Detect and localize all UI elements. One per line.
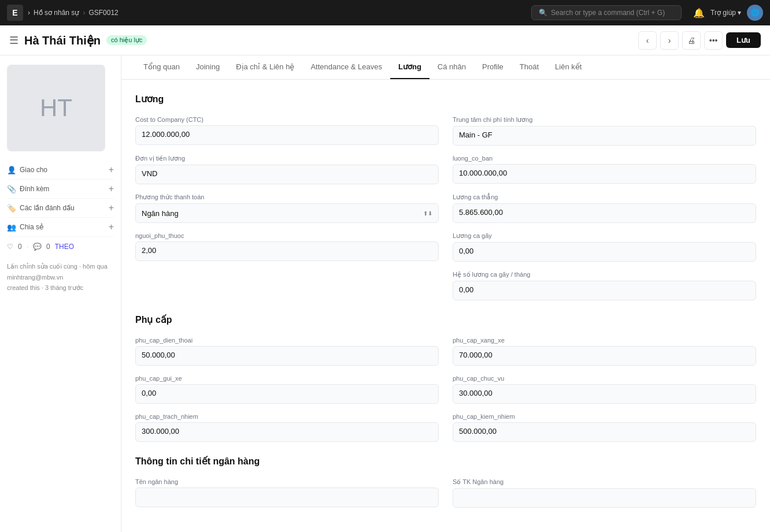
help-menu[interactable]: Trợ giúp ▾ — [710, 9, 741, 17]
label-payment-method: Phương thức thanh toán — [135, 194, 439, 201]
tab-joining[interactable]: Joining — [188, 55, 228, 79]
label-currency: Đơn vị tiền lương — [135, 155, 439, 162]
main-layout: HT 👤 Giao cho + 📎 Đính kèm + 🏷️ Các lần … — [0, 55, 770, 532]
more-button[interactable]: ••• — [704, 31, 723, 50]
print-button[interactable]: 🖨 — [682, 31, 701, 50]
sidebar: HT 👤 Giao cho + 📎 Đính kèm + 🏷️ Các lần … — [0, 55, 121, 532]
next-button[interactable]: › — [660, 31, 679, 50]
tab-tong-quan[interactable]: Tổng quan — [135, 55, 188, 79]
tag-add-icon[interactable]: + — [109, 203, 114, 213]
field-phu-cap-gui-xe: phu_cap_gui_xe 0,00 — [135, 375, 439, 404]
follow-button[interactable]: THEO — [55, 243, 74, 251]
label-phu-cap-gui-xe: phu_cap_gui_xe — [135, 375, 439, 382]
allowance-form-grid: phu_cap_dien_thoai 50.000,00 phu_cap_xan… — [135, 337, 756, 442]
tab-dia-chi[interactable]: Địa chỉ & Liên hệ — [228, 55, 302, 79]
salary-section-title: Lương — [135, 94, 756, 105]
status-badge: có hiệu lực — [106, 35, 147, 45]
value-bank-name[interactable] — [135, 488, 439, 507]
field-luong-ca-thang: Lương ca thẳng 5.865.600,00 — [453, 194, 756, 223]
sidebar-meta: Lần chỉnh sửa cuối cùng · hôm qua minhtr… — [7, 261, 114, 293]
help-chevron-icon: ▾ — [738, 9, 741, 17]
field-bank-name: Tên ngân hàng — [135, 478, 439, 508]
assign-label: Giao cho — [20, 166, 47, 174]
tag-icon: 🏷️ — [7, 204, 16, 213]
value-phu-cap-trach-nhiem[interactable]: 300.000,00 — [135, 422, 439, 442]
salary-section: Lương Cost to Company (CTC) 12.000.000,0… — [135, 94, 756, 300]
search-icon: 🔍 — [539, 9, 547, 17]
field-cost-center: Trung tâm chi phí tính lương Main - GF — [453, 116, 756, 146]
value-luong-ca-thang[interactable]: 5.865.600,00 — [453, 203, 756, 223]
select-payment-method[interactable]: Ngân hàng ⬆⬇ — [135, 203, 439, 223]
field-ctc: Cost to Company (CTC) 12.000.000,00 — [135, 116, 439, 146]
value-luong-co-ban[interactable]: 10.000.000,00 — [453, 164, 756, 184]
field-payment-method: Phương thức thanh toán Ngân hàng ⬆⬇ — [135, 194, 439, 223]
save-button[interactable]: Lưu — [726, 32, 761, 48]
bell-icon[interactable]: 🔔 — [693, 8, 705, 18]
tab-thoat[interactable]: Thoát — [512, 55, 547, 79]
chevron-down-icon: ⬆⬇ — [423, 210, 432, 217]
help-label: Trợ giúp — [710, 9, 736, 17]
label-phu-cap-trach-nhiem: phu_cap_trach_nhiem — [135, 413, 439, 420]
header-actions: ‹ › 🖨 ••• Lưu — [638, 31, 761, 50]
label-bank-name: Tên ngân hàng — [135, 478, 439, 485]
heart-icon[interactable]: ♡ — [7, 243, 13, 251]
share-icon: 👥 — [7, 223, 16, 232]
sidebar-action-danh-dau[interactable]: 🏷️ Các lần đánh dấu + — [7, 199, 114, 218]
tab-profile[interactable]: Profile — [474, 55, 512, 79]
sidebar-stats: ♡ 0 · 💬 0 THEO — [7, 237, 114, 256]
label-he-so: Hệ số lương ca gãy / tháng — [453, 271, 756, 278]
share-label: Chia sẻ — [20, 223, 43, 231]
value-cost-center[interactable]: Main - GF — [453, 126, 756, 146]
label-phu-cap-chuc-vu: phu_cap_chuc_vu — [453, 375, 756, 382]
tab-lien-ket[interactable]: Liên kết — [547, 55, 590, 79]
sidebar-action-chia-se[interactable]: 👥 Chia sẻ + — [7, 218, 114, 237]
bank-section-title: Thông tin chi tiết ngân hàng — [135, 456, 756, 467]
value-phu-cap-xang-xe[interactable]: 70.000,00 — [453, 346, 756, 366]
value-nguoi-phu-thuoc[interactable]: 2,00 — [135, 241, 439, 261]
attach-add-icon[interactable]: + — [109, 184, 114, 194]
last-edit: Lần chỉnh sửa cuối cùng · hôm qua — [7, 261, 114, 272]
field-phu-cap-trach-nhiem: phu_cap_trach_nhiem 300.000,00 — [135, 413, 439, 442]
content-area: Tổng quan Joining Địa chỉ & Liên hệ Atte… — [121, 55, 770, 532]
tabs: Tổng quan Joining Địa chỉ & Liên hệ Atte… — [121, 55, 770, 80]
user-avatar[interactable]: 🌐 — [747, 5, 763, 21]
breadcrumb: › Hồ sơ nhân sự › GSF0012 — [28, 9, 119, 17]
created-by: minhtrang@mbw.vn — [7, 272, 114, 283]
field-empty — [135, 271, 439, 300]
likes-count: 0 — [18, 243, 22, 251]
search-placeholder: Search or type a command (Ctrl + G) — [551, 9, 665, 17]
value-phu-cap-dien-thoai[interactable]: 50.000,00 — [135, 346, 439, 366]
sidebar-action-giao-cho[interactable]: 👤 Giao cho + — [7, 161, 114, 180]
comment-icon[interactable]: 💬 — [33, 243, 42, 251]
avatar: HT — [7, 65, 105, 151]
value-luong-ca-gay[interactable]: 0,00 — [453, 242, 756, 262]
value-bank-account[interactable] — [453, 488, 756, 508]
tab-luong[interactable]: Lương — [390, 55, 430, 79]
breadcrumb-chevron: › — [28, 9, 30, 17]
value-ctc[interactable]: 12.000.000,00 — [135, 125, 439, 145]
value-he-so[interactable]: 0,00 — [453, 281, 756, 300]
field-nguoi-phu-thuoc: nguoi_phu_thuoc 2,00 — [135, 232, 439, 262]
dot-sep: · — [27, 243, 28, 251]
field-luong-ca-gay: Lương ca gãy 0,00 — [453, 232, 756, 262]
field-phu-cap-kiem-nhiem: phu_cap_kiem_nhiem 500.000,00 — [453, 413, 756, 442]
breadcrumb-item-1[interactable]: Hồ sơ nhân sự — [34, 9, 79, 17]
prev-button[interactable]: ‹ — [638, 31, 657, 50]
value-currency[interactable]: VND — [135, 165, 439, 184]
share-add-icon[interactable]: + — [109, 222, 114, 232]
tag-label: Các lần đánh dấu — [20, 204, 75, 212]
breadcrumb-item-2[interactable]: GSF0012 — [88, 9, 118, 17]
value-phu-cap-gui-xe[interactable]: 0,00 — [135, 384, 439, 404]
sidebar-action-dinh-kem[interactable]: 📎 Đính kèm + — [7, 180, 114, 199]
tab-attendance[interactable]: Attendance & Leaves — [302, 55, 390, 79]
tab-ca-nhan[interactable]: Cá nhân — [430, 55, 474, 79]
menu-icon[interactable]: ☰ — [9, 34, 18, 47]
value-phu-cap-kiem-nhiem[interactable]: 500.000,00 — [453, 422, 756, 442]
search-bar[interactable]: 🔍 Search or type a command (Ctrl + G) — [531, 5, 682, 20]
label-cost-center: Trung tâm chi phí tính lương — [453, 116, 756, 124]
page-header: ☰ Hà Thái Thiện có hiệu lực ‹ › 🖨 ••• Lư… — [0, 25, 770, 55]
assign-add-icon[interactable]: + — [109, 165, 114, 175]
value-phu-cap-chuc-vu[interactable]: 30.000,00 — [453, 384, 756, 404]
field-he-so: Hệ số lương ca gãy / tháng 0,00 — [453, 271, 756, 300]
field-luong-co-ban: luong_co_ban 10.000.000,00 — [453, 155, 756, 184]
